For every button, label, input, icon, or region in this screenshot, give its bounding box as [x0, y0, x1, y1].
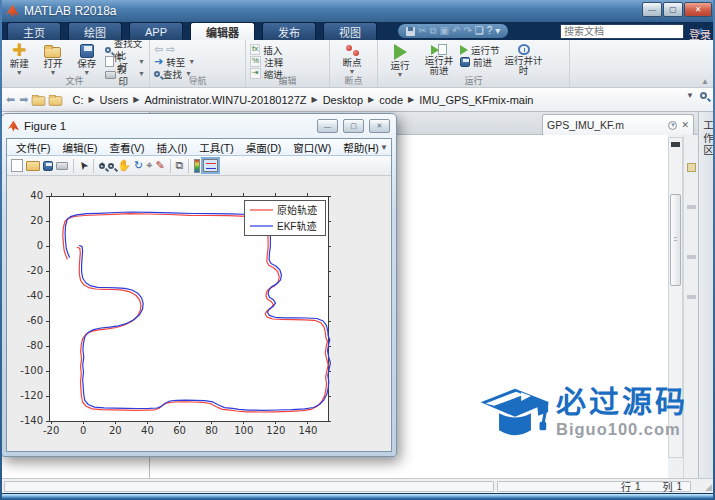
figure-title-bar[interactable]: Figure 1 — ▢ ✕: [2, 114, 396, 138]
back-icon[interactable]: ⬅: [6, 93, 15, 106]
figure-menu-窗口(W)[interactable]: 窗口(W): [287, 140, 337, 155]
pan-icon[interactable]: ✋: [117, 160, 131, 171]
redo-icon[interactable]: ↷: [463, 26, 471, 36]
more-icon[interactable]: ▾: [495, 26, 500, 36]
插入-button[interactable]: fx插入: [250, 44, 283, 55]
ribbon-group-断点: 断点▼断点: [330, 40, 378, 87]
svg-text:-120: -120: [20, 390, 43, 401]
paste-icon[interactable]: ▣: [440, 26, 449, 36]
breadcrumb-item[interactable]: IMU_GPS_KFmix-main: [417, 94, 535, 106]
svg-text:100: 100: [234, 425, 253, 436]
rotate-3d-icon[interactable]: ↻: [134, 160, 143, 171]
breadcrumb-item[interactable]: Administrator.WIN7U-20180127Z: [142, 94, 308, 106]
运行并计时-button[interactable]: 运行并计时: [503, 42, 545, 76]
breadcrumb-item[interactable]: Desktop: [321, 94, 365, 106]
print-figure-icon[interactable]: [56, 162, 68, 170]
转至-button[interactable]: ➜转至▼: [154, 56, 195, 67]
figure-menu-工具(T)[interactable]: 工具(T): [193, 140, 239, 155]
ribbon-tabs: 主页绘图APP编辑器发布视图: [0, 22, 377, 40]
运行-button[interactable]: 运行▼: [382, 42, 418, 76]
search-input[interactable]: [561, 26, 699, 37]
toolbar-separator: [93, 159, 94, 173]
figure-canvas[interactable]: -20020406080100120140-140-120-100-80-60-…: [7, 176, 391, 451]
resize-grip[interactable]: ◢: [705, 482, 712, 492]
toolbar-separator: [73, 159, 74, 173]
link-plots-icon[interactable]: ⧉: [176, 160, 184, 171]
tab-发布[interactable]: 发布: [262, 22, 316, 40]
figure-minimize-button[interactable]: —: [317, 119, 338, 133]
copy-icon[interactable]: ⧉: [429, 26, 436, 36]
editor-tab[interactable]: GPS_IMU_KF.m ▼ ✕: [542, 114, 694, 135]
打开-button[interactable]: 打开▼: [38, 42, 69, 76]
tab-编辑器[interactable]: 编辑器: [190, 22, 255, 40]
注释-button[interactable]: %注释: [250, 56, 283, 67]
address-dropdown-icon[interactable]: ▼: [686, 91, 694, 100]
window-left-edge: [0, 0, 2, 500]
message-indicator-icon[interactable]: [687, 163, 696, 172]
breadcrumb-separator-icon: ▶: [365, 95, 377, 104]
zoom-in-icon[interactable]: +: [99, 163, 105, 169]
保存-button[interactable]: 保存▼: [71, 42, 102, 76]
figure-menu-查看(V)[interactable]: 查看(V): [103, 140, 150, 155]
tab-视图[interactable]: 视图: [323, 22, 377, 40]
maximize-button[interactable]: ▢: [663, 2, 683, 17]
open-figure-icon[interactable]: [26, 161, 40, 171]
figure-menu-文件(F)[interactable]: 文件(F): [10, 140, 56, 155]
新建-button[interactable]: ✚新建▼: [4, 42, 35, 76]
breadcrumb-separator-icon: ▶: [309, 95, 321, 104]
close-button[interactable]: ✕: [684, 2, 712, 17]
figure-window[interactable]: Figure 1 — ▢ ✕ 文件(F)编辑(E)查看(V)插入(I)工具(T)…: [1, 113, 397, 457]
breadcrumb-item[interactable]: Users: [98, 94, 131, 106]
undo-icon[interactable]: ↶: [452, 26, 460, 36]
zoom-out-icon[interactable]: −: [108, 163, 114, 169]
data-cursor-icon[interactable]: ⌖: [146, 160, 152, 171]
collapse-ribbon-icon[interactable]: ▲: [701, 77, 709, 86]
trajectory-plot[interactable]: -20020406080100120140-140-120-100-80-60-…: [7, 176, 393, 457]
figure-close-button[interactable]: ✕: [369, 119, 390, 133]
save-icon[interactable]: [406, 27, 415, 36]
toolbar-separator: [188, 159, 189, 173]
browse-for-folder-icon[interactable]: [49, 96, 63, 106]
save-figure-icon[interactable]: [43, 161, 53, 171]
switch-windows-icon[interactable]: ❏: [475, 26, 484, 36]
minimize-button[interactable]: —: [642, 2, 662, 17]
breadcrumb-item[interactable]: C:: [70, 94, 85, 106]
tab-主页[interactable]: 主页: [7, 22, 61, 40]
cursor-position-box: 行 1 列 1: [497, 481, 691, 492]
breadcrumb-separator-icon: ▶: [85, 95, 97, 104]
toolbar-separator: [170, 159, 171, 173]
edit-cursor-icon[interactable]: ➤: [76, 159, 90, 173]
quick-access-toolbar: ✂⧉▣↶↷❏?▾: [398, 24, 508, 38]
plot-legend[interactable]: 原始轨迹EKF轨迹: [245, 201, 326, 236]
断点-button[interactable]: 断点▼: [334, 42, 370, 76]
insert-legend-icon[interactable]: [203, 159, 218, 172]
figure-maximize-button[interactable]: ▢: [343, 119, 364, 133]
help-icon[interactable]: ?: [487, 26, 493, 36]
打开-label: 打开: [43, 59, 62, 69]
folder-search-icon[interactable]: [700, 92, 707, 99]
insert-colorbar-icon[interactable]: [194, 159, 200, 173]
前进-button[interactable]: 前进: [460, 56, 500, 67]
breadcrumb-item[interactable]: code: [377, 94, 405, 106]
menu-overflow-icon[interactable]: ▼: [380, 143, 388, 152]
figure-menu-桌面(D)[interactable]: 桌面(D): [240, 140, 288, 155]
forward-icon[interactable]: ➡: [19, 93, 28, 106]
figure-matlab-icon: [8, 121, 19, 132]
svg-text:20: 20: [109, 425, 122, 436]
brush-icon[interactable]: ✎: [155, 160, 164, 171]
figure-menu-编辑(E)[interactable]: 编辑(E): [56, 140, 103, 155]
前进-label: 前进: [473, 55, 492, 69]
indicator-tick: [687, 255, 696, 259]
new-figure-icon[interactable]: [11, 159, 23, 172]
运行并前进-button[interactable]: 运行并前进: [421, 42, 457, 76]
graduation-cap-icon: [478, 385, 552, 461]
scrollbar-thumb[interactable]: [670, 194, 681, 286]
cut-icon[interactable]: ✂: [418, 26, 426, 36]
figure-menu-帮助(H)[interactable]: 帮助(H): [337, 140, 385, 155]
运行节-button[interactable]: 运行节: [460, 44, 500, 55]
up-one-level-icon[interactable]: [32, 96, 46, 106]
figure-menu-插入(I)[interactable]: 插入(I): [150, 140, 193, 155]
tab-close-icon[interactable]: ✕: [681, 120, 689, 130]
tab-menu-icon[interactable]: ▼: [668, 121, 677, 130]
doc-search-box[interactable]: [560, 24, 684, 39]
